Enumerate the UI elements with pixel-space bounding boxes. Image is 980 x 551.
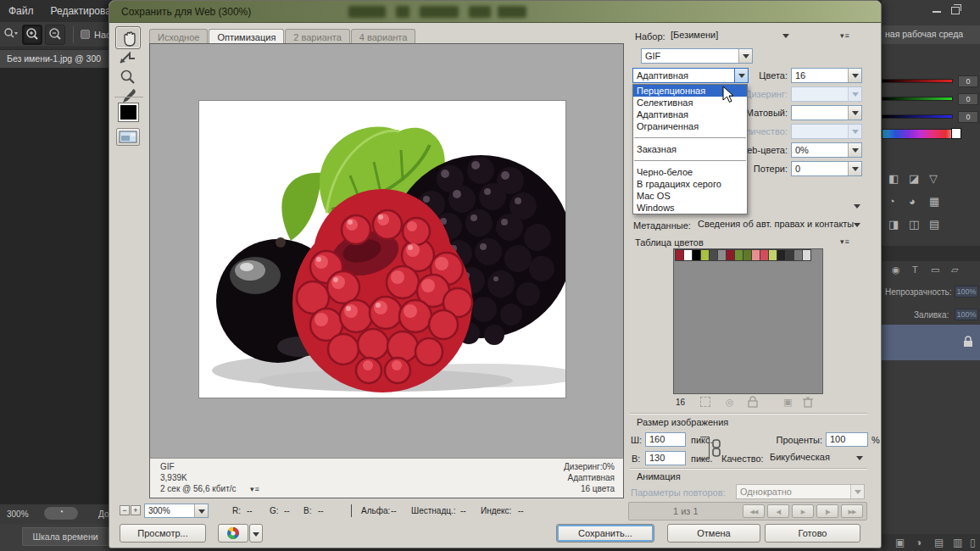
browser-select-arrow[interactable] <box>249 524 263 543</box>
menu-item-adaptive[interactable]: Адаптивная <box>633 109 747 120</box>
restore-icon[interactable] <box>951 7 960 14</box>
colorbalance-adjustment-icon[interactable]: ▦ <box>929 195 939 208</box>
percent-input[interactable]: 100 <box>826 432 868 447</box>
opacity-value[interactable]: 100% <box>955 286 978 298</box>
dialog-titlebar[interactable]: Сохранить для Web (300%) <box>109 1 881 23</box>
websnap-select-arrow[interactable] <box>848 143 861 157</box>
metadata-select[interactable]: Сведения об авт. правах и контакты <box>694 217 864 232</box>
color-swatch[interactable] <box>802 249 811 261</box>
hue-adjustment-icon[interactable]: ◕ <box>909 195 916 208</box>
snap-websafe-icon[interactable] <box>700 397 710 407</box>
berries-image[interactable] <box>198 100 566 398</box>
filter-pixel-icon[interactable]: ◉ <box>892 264 900 276</box>
previous-frame-button[interactable]: ◀| <box>767 504 789 518</box>
resize-checkbox[interactable] <box>81 30 90 39</box>
preset-select[interactable]: [Безимени] <box>667 28 793 43</box>
delete-layer-icon[interactable]: ▯ <box>970 537 976 548</box>
color-ramp-white-swatch[interactable] <box>951 128 961 139</box>
new-color-icon[interactable]: ▣ <box>783 397 792 408</box>
link-dimensions-icon[interactable] <box>711 439 721 458</box>
matte-select-arrow[interactable] <box>848 106 861 120</box>
color-reduction-arrow[interactable] <box>734 69 748 82</box>
matte-select[interactable] <box>791 105 862 120</box>
lossy-select[interactable]: 0 <box>791 161 862 176</box>
height-input[interactable]: 130 <box>645 451 686 465</box>
width-input[interactable]: 160 <box>645 432 686 447</box>
red-value[interactable]: 0 <box>958 75 978 87</box>
menu-file[interactable]: Файл <box>0 0 42 17</box>
timeline-tab[interactable]: Шкала времени <box>22 527 109 546</box>
menu-item-windows[interactable]: Windows <box>633 202 747 214</box>
zoom-out-button[interactable] <box>45 25 65 45</box>
zoom-tool[interactable] <box>119 69 137 87</box>
last-frame-button[interactable]: ▶▶ <box>841 504 863 518</box>
filter-shape-icon[interactable]: ▭ <box>931 264 939 276</box>
fill-value[interactable]: 100% <box>955 309 978 320</box>
menu-item-grayscale[interactable]: В градациях серого <box>633 178 747 190</box>
toggle-slices-button[interactable] <box>116 128 140 146</box>
zoom-level-select[interactable]: 300% <box>144 504 209 518</box>
save-button[interactable]: Сохранить... <box>556 524 654 543</box>
zoom-tool-preset-icon[interactable] <box>3 27 18 41</box>
transparency-map-icon[interactable]: ◎ <box>726 397 734 408</box>
cancel-button[interactable]: Отмена <box>667 524 760 543</box>
eyedropper-color-swatch[interactable] <box>118 103 139 122</box>
layer-mask-icon[interactable]: ▣ <box>895 537 905 548</box>
slice-select-tool[interactable] <box>118 50 138 67</box>
adjustment-layer-icon[interactable]: ◑ <box>916 537 922 548</box>
workspace-switcher[interactable]: ная рабочая среда <box>882 25 980 44</box>
tab-2up[interactable]: 2 варианта <box>285 29 350 44</box>
bw-adjustment-icon[interactable]: ◨ <box>888 218 899 231</box>
done-button[interactable]: Готово <box>765 524 860 543</box>
hand-tool-button[interactable] <box>115 26 141 49</box>
levels-adjustment-icon[interactable]: ◧ <box>888 172 899 185</box>
photofilter-adjustment-icon[interactable]: ◫ <box>909 218 919 231</box>
color-ramp[interactable] <box>882 129 960 139</box>
colors-select[interactable]: 16 <box>791 68 862 83</box>
lock-color-icon[interactable] <box>748 396 758 408</box>
exposure-adjustment-icon[interactable]: ▽ <box>929 172 938 185</box>
zoom-out-mini-button[interactable]: − <box>120 505 130 515</box>
preview-menu-icon[interactable]: ▾≡ <box>250 485 260 493</box>
layer-group-icon[interactable]: ▤ <box>934 537 944 548</box>
optimize-menu-icon[interactable]: ▾≡ <box>840 31 850 40</box>
menu-item-blackwhite[interactable]: Черно-белое <box>633 166 747 178</box>
new-layer-icon[interactable]: ▥ <box>953 537 962 548</box>
blue-value[interactable]: 0 <box>958 111 978 123</box>
filter-type-icon[interactable]: T <box>912 264 918 275</box>
selected-layer-row[interactable] <box>882 325 980 360</box>
minimize-icon[interactable] <box>933 11 941 13</box>
first-frame-button[interactable]: ◀◀ <box>743 504 765 518</box>
zoom-level-arrow[interactable] <box>194 504 208 517</box>
color-table-menu-icon[interactable]: ▾≡ <box>840 237 850 246</box>
format-select-arrow[interactable] <box>738 49 752 63</box>
menu-item-restrictive[interactable]: Ограниченная <box>633 120 747 132</box>
preview-area[interactable]: GIF 3,939K 2 сек @ 56,6 кбит/с ▾≡ Дизери… <box>149 43 624 498</box>
delete-color-icon[interactable] <box>803 396 813 408</box>
quality-select[interactable]: Бикубическая <box>766 450 866 465</box>
websnap-select[interactable]: 0% <box>791 142 862 158</box>
color-table[interactable] <box>673 248 823 394</box>
menu-item-macos[interactable]: Mac OS <box>633 190 747 202</box>
menu-item-custom[interactable]: Заказная <box>633 143 747 155</box>
blue-slider[interactable] <box>882 114 953 119</box>
play-button[interactable]: ▶ <box>792 504 814 518</box>
browser-icon-button[interactable] <box>218 524 248 543</box>
tab-original[interactable]: Исходное <box>149 29 208 44</box>
curves-adjustment-icon[interactable]: ◪ <box>909 172 919 185</box>
tab-4up[interactable]: 4 варианта <box>351 29 416 44</box>
color-reduction-select[interactable]: Адаптивная <box>632 68 749 83</box>
next-frame-button[interactable]: |▶ <box>816 504 838 518</box>
colors-select-arrow[interactable] <box>848 69 861 82</box>
zoom-in-mini-button[interactable]: + <box>131 505 141 515</box>
vibrance-adjustment-icon[interactable]: ◔ <box>888 195 895 208</box>
green-value[interactable]: 0 <box>958 93 978 105</box>
doc-zoom-level[interactable]: 300% <box>7 509 29 519</box>
red-slider[interactable] <box>882 79 953 83</box>
zoom-in-button[interactable] <box>22 25 42 45</box>
format-select[interactable]: GIF <box>641 48 753 64</box>
preview-in-browser-button[interactable]: Просмотр... <box>120 524 206 543</box>
document-tab[interactable]: Без имени-1.jpg @ 300 <box>0 50 109 68</box>
gradientmap-adjustment-icon[interactable]: ▤ <box>929 218 939 231</box>
green-slider[interactable] <box>882 97 953 101</box>
